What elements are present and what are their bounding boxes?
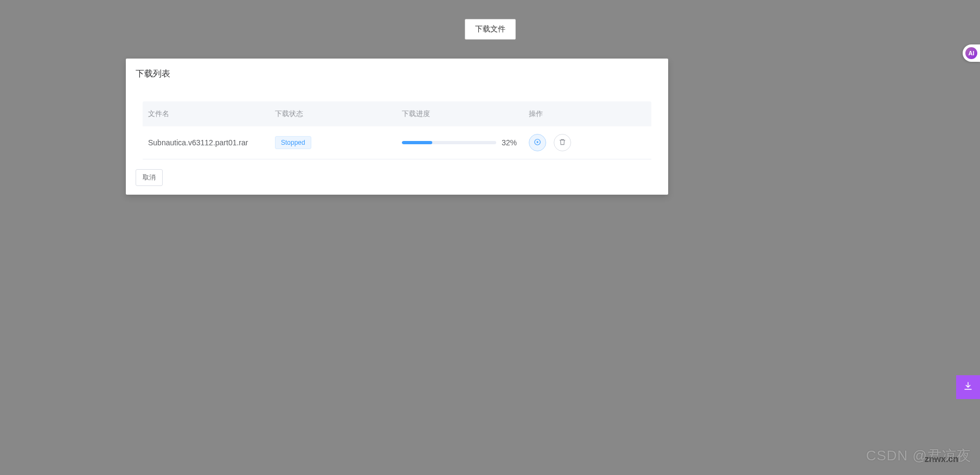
download-icon (963, 381, 973, 393)
progress-fill (402, 141, 432, 144)
th-action: 操作 (529, 109, 646, 119)
th-progress: 下载进度 (402, 109, 529, 119)
cell-progress: 32% (402, 138, 529, 147)
cancel-button[interactable]: 取消 (136, 169, 163, 186)
th-filename: 文件名 (148, 109, 275, 119)
resume-button[interactable] (529, 134, 546, 151)
download-list-modal: 下载列表 文件名 下载状态 下载进度 操作 Subnautica.v63112.… (126, 59, 668, 195)
table-header: 文件名 下载状态 下载进度 操作 (143, 101, 651, 126)
progress-text: 32% (502, 138, 517, 147)
download-file-button[interactable]: 下载文件 (465, 19, 516, 40)
float-download-button[interactable] (956, 375, 980, 399)
th-status: 下载状态 (275, 109, 402, 119)
cell-action (529, 134, 646, 151)
modal-title: 下载列表 (136, 68, 658, 80)
ai-float-badge[interactable]: AI (963, 44, 980, 62)
status-tag: Stopped (275, 136, 311, 149)
play-circle-icon (534, 138, 541, 147)
cell-status: Stopped (275, 136, 402, 149)
trash-icon (559, 138, 566, 147)
watermark-text-2: znwx.cn (925, 454, 958, 464)
download-table: 文件名 下载状态 下载进度 操作 Subnautica.v63112.part0… (143, 101, 651, 159)
delete-button[interactable] (554, 134, 571, 151)
table-row: Subnautica.v63112.part01.rar Stopped 32% (143, 126, 651, 159)
progress-bar (402, 141, 496, 144)
cell-filename: Subnautica.v63112.part01.rar (148, 138, 275, 147)
ai-icon: AI (965, 47, 977, 59)
